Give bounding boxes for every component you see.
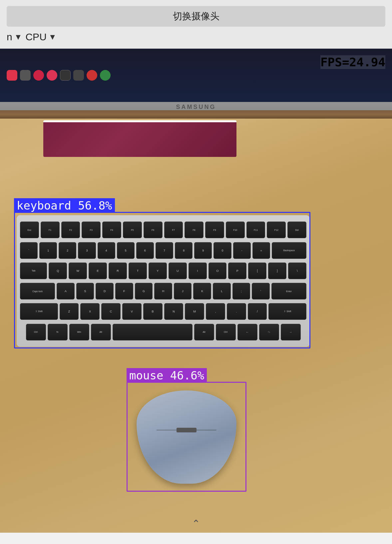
dock-icon-4 <box>47 70 57 81</box>
dock-icon-3 <box>33 70 44 81</box>
keyboard-detection-box: keyboard 56.8% <box>14 212 310 348</box>
backend-dropdown-arrow[interactable]: ▼ <box>49 32 57 42</box>
dock-icon-8 <box>100 70 111 81</box>
backend-dropdown-group: CPU ▼ <box>25 31 56 43</box>
dock-icon-7 <box>87 70 97 81</box>
dock-icon-1 <box>7 70 17 81</box>
mouse-detection-box: mouse 46.6% <box>127 382 246 492</box>
bottom-chevron-icon[interactable]: ⌃ <box>192 518 200 529</box>
dock-icon-6 <box>73 70 84 81</box>
model-dropdown-arrow[interactable]: ▼ <box>14 32 22 42</box>
dock-icon-5 <box>60 70 71 81</box>
fps-display: FPS=24.94 <box>320 55 385 69</box>
mouse-detection-label: mouse 46.6% <box>127 368 207 383</box>
dock-icon-2 <box>20 70 31 81</box>
switch-camera-button[interactable]: 切换摄像头 <box>7 6 385 27</box>
controls-row: n ▼ CPU ▼ <box>7 30 385 44</box>
model-value: n <box>7 31 12 43</box>
backend-value: CPU <box>25 31 46 43</box>
model-dropdown-group: n ▼ <box>7 31 22 43</box>
top-bar: 切换摄像头 n ▼ CPU ▼ <box>0 0 392 49</box>
monitor-stand <box>0 110 392 119</box>
keyboard-detection-label: keyboard 56.8% <box>14 198 115 213</box>
camera-view: SAMSUNG FPS=24.94 Esc F1 F2 F3 F4 F5 F6 … <box>0 49 392 533</box>
book-on-desk <box>43 120 236 157</box>
monitor-brand: SAMSUNG <box>176 104 216 111</box>
